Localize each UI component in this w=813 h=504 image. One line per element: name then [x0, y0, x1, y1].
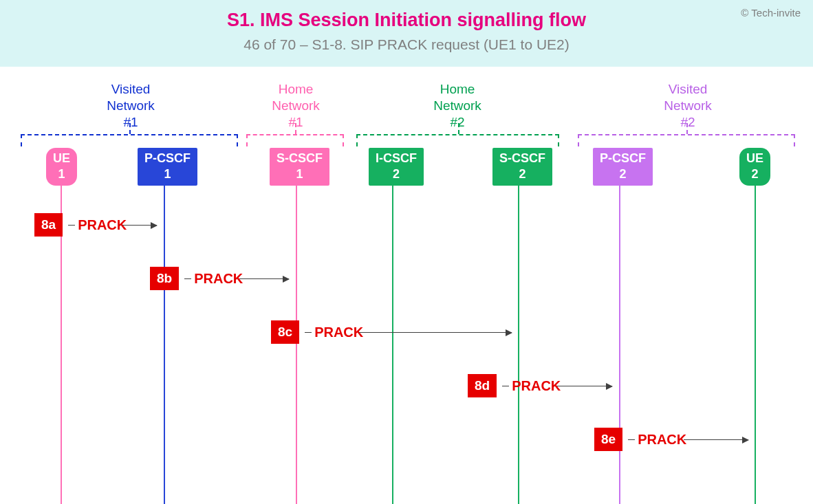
- message-tag: 8c: [271, 320, 299, 344]
- message-text: PRACK: [314, 325, 363, 340]
- node-icscf2: I-CSCF 2: [369, 148, 424, 186]
- text: Visited: [111, 82, 151, 96]
- node-scscf1: S-CSCF 1: [270, 148, 329, 186]
- node-pcscf2: P-CSCF 2: [593, 148, 653, 186]
- message-8b: 8b PRACK: [150, 267, 243, 290]
- message-text: PRACK: [638, 432, 686, 448]
- message-8a: 8a PRACK: [34, 213, 127, 237]
- text: 2: [519, 167, 525, 181]
- page-subtitle: 46 of 70 – S1-8. SIP PRACK request (UE1 …: [14, 36, 799, 53]
- page-title: S1. IMS Session Initiation signalling fl…: [14, 10, 799, 31]
- connector: [68, 225, 75, 226]
- text: 2: [619, 167, 626, 181]
- text: Home: [440, 82, 475, 96]
- message-tag: 8a: [34, 213, 63, 237]
- text: 1: [164, 167, 171, 181]
- message-tag: 8b: [150, 267, 179, 290]
- text: 1: [58, 167, 65, 181]
- lifeline-ue2: [755, 184, 756, 504]
- lifeline-scscf1: [296, 184, 297, 504]
- text: P-CSCF: [600, 151, 646, 165]
- lifeline-pcscf2: [619, 184, 620, 504]
- text: Network: [272, 98, 320, 113]
- network-label-visited1: Visited Network #1: [83, 81, 179, 130]
- node-ue2: UE 2: [739, 148, 770, 186]
- message-text: PRACK: [512, 378, 561, 394]
- lifeline-pcscf1: [164, 184, 165, 504]
- message-8c: 8c PRACK: [271, 320, 363, 344]
- text: S-CSCF: [277, 151, 323, 165]
- message-text: PRACK: [194, 271, 243, 287]
- lifeline-scscf2: [518, 184, 519, 504]
- bracket-visited1: [21, 134, 238, 146]
- text: UE: [53, 151, 70, 165]
- text: 2: [393, 167, 400, 181]
- message-text: PRACK: [78, 217, 127, 233]
- text: I-CSCF: [376, 151, 417, 165]
- sequence-diagram: Visited Network #1 Home Network #1 Home …: [0, 69, 813, 504]
- message-tag: 8e: [594, 428, 622, 451]
- lifeline-icscf2: [392, 184, 393, 504]
- bracket-visited2: [578, 134, 795, 146]
- copyright-text: © Tech-invite: [741, 7, 801, 19]
- arrow-8c: [359, 332, 512, 333]
- connector: [628, 439, 635, 440]
- arrow-8a: [122, 225, 157, 226]
- connector: [305, 332, 312, 333]
- text: UE: [746, 151, 763, 165]
- message-8e: 8e PRACK: [594, 428, 686, 451]
- connector: [184, 278, 191, 279]
- text: Network: [107, 98, 155, 113]
- message-8d: 8d PRACK: [468, 374, 561, 397]
- arrow-8b: [239, 278, 289, 279]
- bracket-home2: [356, 134, 559, 146]
- text: Network: [433, 98, 481, 113]
- text: Visited: [669, 82, 708, 96]
- text: Home: [279, 82, 314, 96]
- message-tag: 8d: [468, 374, 497, 397]
- text: 1: [296, 167, 303, 181]
- text: Network: [664, 98, 712, 113]
- node-ue1: UE 1: [46, 148, 77, 186]
- text: P-CSCF: [144, 151, 191, 165]
- node-scscf2: S-CSCF 2: [492, 148, 552, 186]
- header-banner: © Tech-invite S1. IMS Session Initiation…: [0, 0, 813, 67]
- network-label-visited2: Visited Network #2: [640, 81, 736, 130]
- text: 2: [752, 167, 759, 181]
- text: S-CSCF: [499, 151, 545, 165]
- arrow-8e: [684, 439, 748, 440]
- arrow-8d: [557, 386, 612, 386]
- node-pcscf1: P-CSCF 1: [138, 148, 197, 186]
- bracket-home1: [246, 134, 344, 146]
- connector: [502, 386, 509, 386]
